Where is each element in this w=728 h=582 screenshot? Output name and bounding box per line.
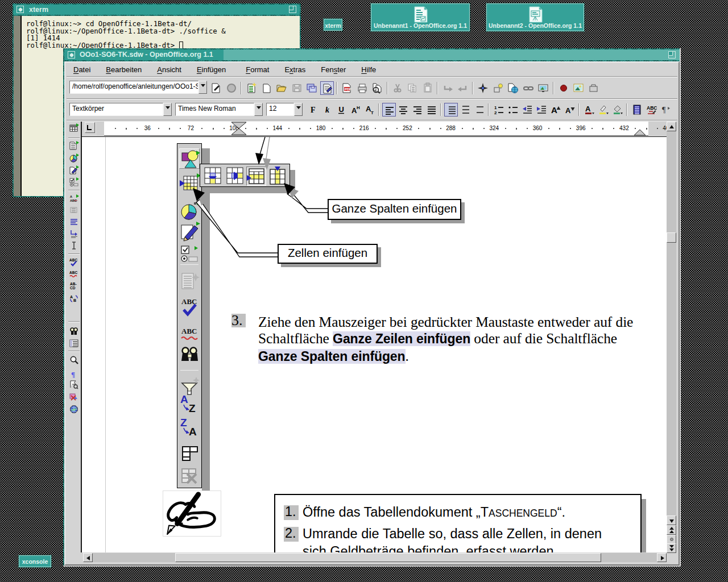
fb-paste-button[interactable] bbox=[421, 81, 435, 95]
mt-insert-table-button[interactable] bbox=[69, 123, 79, 133]
fb-print-button[interactable] bbox=[355, 81, 369, 95]
paragraph-style-dropdown[interactable] bbox=[163, 103, 172, 116]
mt-nonprinting-characters-button[interactable]: ¶ bbox=[69, 369, 79, 379]
ob-paragraph-dialog-button[interactable] bbox=[630, 103, 644, 117]
ob-linespace-2-button[interactable] bbox=[473, 103, 486, 117]
menu-ansicht[interactable]: Ansicht bbox=[152, 63, 187, 76]
mt-autotext-button[interactable]: AABC bbox=[69, 194, 79, 204]
mt-zoom-button[interactable] bbox=[69, 355, 79, 365]
ob-background-color-button[interactable] bbox=[611, 103, 624, 117]
mt-spellcheck-button[interactable]: ABC bbox=[69, 257, 79, 267]
ob-superscript-button[interactable]: AH bbox=[349, 103, 362, 117]
xconsole-minimized-icon[interactable]: xconsole bbox=[19, 555, 51, 567]
ob-indent-less-button[interactable] bbox=[520, 103, 534, 117]
scroll-down-button[interactable] bbox=[667, 516, 676, 525]
horizontal-scrollbar[interactable] bbox=[83, 553, 667, 562]
menu-einfgen[interactable]: Einfügen bbox=[192, 63, 231, 76]
mt-find-replace-button[interactable] bbox=[69, 326, 79, 336]
mt-auto-spellcheck-button[interactable]: ABC bbox=[69, 269, 79, 279]
url-field[interactable]: /home/rolf/openoffice/anleitungen/OOo1-S… bbox=[69, 81, 198, 94]
previous-page-button[interactable] bbox=[667, 525, 676, 535]
document-view[interactable]: ABCABCAZZA bbox=[82, 136, 668, 552]
scroll-right-button[interactable] bbox=[657, 553, 667, 562]
navigation-dot-button[interactable] bbox=[667, 535, 676, 544]
ob-align-right-button[interactable] bbox=[411, 103, 424, 117]
ruler[interactable]: 3672108144180216252288324360396432468 bbox=[97, 122, 669, 136]
ob-linespace-1-button[interactable] bbox=[444, 103, 458, 117]
scroll-left-button[interactable] bbox=[83, 553, 93, 562]
fb-gallery-button[interactable] bbox=[536, 81, 550, 95]
fb-stop-button[interactable] bbox=[225, 81, 238, 95]
tab-type-button[interactable] bbox=[85, 122, 95, 133]
vscroll-thumb[interactable] bbox=[667, 232, 676, 243]
fb-toolbox-button[interactable] bbox=[587, 81, 601, 95]
mt-form-functions-button[interactable] bbox=[69, 177, 79, 187]
fb-save-all-button[interactable] bbox=[305, 81, 318, 95]
vscroll-track[interactable] bbox=[667, 131, 676, 543]
fb-save-button[interactable] bbox=[290, 81, 304, 95]
ob-justify-button[interactable] bbox=[425, 103, 439, 117]
ob-bold-button[interactable]: F bbox=[306, 103, 320, 117]
fb-undo-button[interactable] bbox=[441, 81, 454, 95]
right-indent-marker[interactable] bbox=[634, 129, 646, 136]
mt-direct-cursor-button[interactable] bbox=[69, 240, 79, 251]
menu-hilfe[interactable]: Hilfe bbox=[356, 63, 381, 76]
ob-underline-button[interactable]: U bbox=[334, 103, 348, 117]
minimized-window-unbenannt2[interactable]: Unbenannt2 - OpenOffice.org 1.1 bbox=[486, 3, 584, 31]
ob-align-left-button[interactable] bbox=[382, 103, 396, 117]
ob-font-color-button[interactable]: A bbox=[582, 103, 596, 117]
xterm-scrollbar[interactable] bbox=[14, 16, 22, 196]
menu-format[interactable]: Format bbox=[241, 63, 274, 76]
font-name-dropdown[interactable] bbox=[254, 103, 263, 116]
menu-fenster[interactable]: Fenster bbox=[316, 63, 351, 76]
fb-copy-button[interactable] bbox=[406, 81, 419, 95]
ob-bullets-button[interactable] bbox=[506, 103, 520, 117]
ob-numbering-button[interactable]: 12 bbox=[492, 103, 506, 117]
oo-titlebar[interactable]: OOo1-SO6-TK.sdw - OpenOffice.org 1.1 bbox=[64, 49, 680, 60]
mt-online-layout-button[interactable] bbox=[69, 404, 79, 414]
ob-autocorrect-button[interactable]: ABC bbox=[644, 103, 658, 117]
scroll-up-button[interactable] bbox=[667, 122, 676, 131]
fb-insert-picture-button[interactable] bbox=[572, 81, 585, 95]
ob-linespace-15-button[interactable] bbox=[458, 103, 472, 117]
font-name-field[interactable]: Times New Roman bbox=[175, 103, 254, 116]
menu-bearbeiten[interactable]: Bearbeiten bbox=[101, 63, 147, 76]
mt-insert-caption-button[interactable] bbox=[69, 205, 79, 215]
mt-graphics-onoff-button[interactable] bbox=[69, 379, 79, 389]
mt-images-off-button[interactable] bbox=[69, 392, 79, 402]
paragraph-style-field[interactable]: Textkörper bbox=[69, 103, 163, 116]
fb-load-url-button[interactable] bbox=[209, 81, 223, 95]
mt-insert-object-button[interactable] bbox=[69, 153, 79, 163]
oo-iconify-button[interactable] bbox=[68, 51, 75, 59]
xterm-iconify-button[interactable] bbox=[16, 6, 24, 13]
fb-cut-button[interactable] bbox=[391, 81, 404, 95]
ob-indent-more-button[interactable] bbox=[535, 103, 548, 117]
ob-font-bigger-button[interactable]: A bbox=[549, 103, 562, 117]
mt-numbering-onoff-button[interactable] bbox=[69, 217, 79, 227]
fb-data-source-dot-button[interactable] bbox=[557, 81, 570, 95]
fb-open-button[interactable] bbox=[275, 81, 288, 95]
ob-align-center-button[interactable] bbox=[396, 103, 410, 117]
xterm-titlebar[interactable]: xterm bbox=[14, 5, 300, 15]
oo-resize-button[interactable] bbox=[668, 51, 676, 59]
fb-edit-file-button[interactable] bbox=[320, 81, 334, 95]
fb-chain-button[interactable] bbox=[522, 81, 535, 95]
hscroll-thumb[interactable] bbox=[175, 553, 601, 562]
ob-paragraph-marks-button[interactable]: ¶ bbox=[659, 103, 672, 117]
minimized-window-unbenannt1[interactable]: Unbenannt1 - OpenOffice.org 1.1 bbox=[371, 3, 470, 31]
mt-insert-button[interactable] bbox=[69, 140, 79, 151]
fb-page-preview-button[interactable] bbox=[370, 81, 384, 95]
indent-marker-hourglass[interactable] bbox=[230, 122, 247, 136]
mt-draw-functions-button[interactable] bbox=[69, 165, 79, 175]
mt-thesaurus-button[interactable]: AB bbox=[69, 293, 79, 304]
mt-data-sources-button[interactable] bbox=[69, 338, 79, 348]
ob-highlighting-button[interactable] bbox=[597, 103, 610, 117]
fb-export-pdf-button[interactable]: PDF bbox=[340, 81, 354, 95]
fb-navigator-button[interactable] bbox=[476, 81, 490, 95]
menu-datei[interactable]: Datei bbox=[68, 63, 96, 76]
vertical-scrollbar[interactable] bbox=[667, 122, 676, 552]
fb-new-blank-button[interactable] bbox=[260, 81, 274, 95]
xterm-minimized-icon[interactable]: xterm bbox=[324, 19, 342, 31]
xterm-resize-button[interactable] bbox=[289, 6, 296, 13]
next-page-button[interactable] bbox=[667, 543, 676, 553]
